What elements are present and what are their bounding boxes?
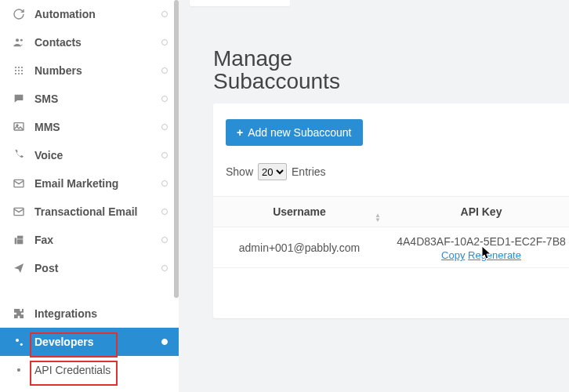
svg-point-1 — [20, 39, 23, 42]
column-label: Username — [273, 205, 326, 218]
svg-point-4 — [21, 67, 23, 68]
svg-point-8 — [15, 73, 16, 74]
sidebar-sub-label: API Credentials — [27, 364, 111, 376]
sidebar-item-mms[interactable]: MMS — [0, 113, 179, 141]
column-username[interactable]: Username ▲▼ — [213, 205, 386, 218]
sidebar-item-post[interactable]: Post — [0, 254, 179, 282]
cell-username: admin+001@pabbly.com — [213, 241, 386, 254]
svg-point-0 — [16, 38, 19, 42]
cogs-icon — [11, 336, 27, 348]
sidebar-item-label: Transactional Email — [27, 205, 161, 218]
svg-point-9 — [18, 73, 20, 74]
expand-indicator-icon — [161, 67, 168, 74]
add-subaccount-button[interactable]: + Add new Subaccount — [226, 119, 363, 146]
sidebar-item-contacts[interactable]: Contacts — [0, 28, 179, 56]
sidebar-item-developers[interactable]: Developers — [0, 328, 179, 356]
page-size-select[interactable]: 20 — [258, 163, 287, 180]
expand-indicator-icon — [161, 152, 168, 158]
sidebar-sub-api-credentials[interactable]: • API Credentials — [0, 356, 179, 384]
sidebar-item-label: Numbers — [27, 64, 161, 77]
sidebar-item-label: MMS — [27, 121, 161, 133]
show-label: Show — [226, 165, 253, 178]
puzzle-icon — [11, 307, 27, 320]
phone-icon — [11, 149, 27, 162]
envelope-icon — [11, 177, 27, 190]
page-title: Manage Subaccounts — [213, 47, 370, 93]
expand-indicator-icon — [161, 39, 168, 45]
svg-point-10 — [21, 73, 23, 74]
page-title-line2: Subaccounts — [213, 69, 340, 93]
cell-apikey: 4A4D83AF-10A2-5ED1-EC2F-7B8 Copy Regener… — [386, 234, 569, 261]
sidebar: Automation Contacts Numbers SMS MMS — [0, 0, 179, 392]
expand-indicator-icon — [161, 180, 168, 187]
expand-indicator-icon — [161, 209, 168, 215]
sidebar-item-sms[interactable]: SMS — [0, 85, 179, 113]
sidebar-item-transactional-email[interactable]: Transactional Email — [0, 198, 179, 226]
comment-icon — [11, 93, 27, 105]
sidebar-item-label: Post — [27, 262, 161, 274]
apikey-text: 4A4D83AF-10A2-5ED1-EC2F-7B8 — [386, 235, 569, 248]
regenerate-link[interactable]: Regenerate — [468, 249, 521, 261]
sidebar-item-label: Developers — [27, 336, 161, 348]
sort-icon: ▲▼ — [375, 213, 381, 223]
page-title-line1: Manage — [213, 46, 292, 71]
bullet-icon: • — [11, 364, 27, 376]
sidebar-item-label: Fax — [27, 234, 161, 246]
card-remnant — [190, 0, 290, 6]
svg-point-6 — [18, 70, 20, 71]
svg-point-2 — [15, 67, 16, 68]
expand-indicator-icon — [161, 124, 168, 130]
sidebar-divider — [0, 282, 179, 299]
dialpad-icon — [11, 64, 27, 77]
column-apikey[interactable]: API Key — [386, 205, 569, 218]
sidebar-item-integrations[interactable]: Integrations — [0, 299, 179, 328]
paper-plane-icon — [11, 262, 27, 274]
sidebar-item-fax[interactable]: Fax — [0, 226, 179, 254]
envelope-icon — [11, 205, 27, 218]
sidebar-item-automation[interactable]: Automation — [0, 0, 179, 28]
sidebar-item-label: Integrations — [27, 307, 168, 320]
sidebar-item-label: Voice — [27, 149, 161, 162]
table-row: admin+001@pabbly.com 4A4D83AF-10A2-5ED1-… — [213, 227, 569, 268]
svg-point-5 — [15, 70, 16, 71]
sidebar-item-numbers[interactable]: Numbers — [0, 56, 179, 85]
expand-indicator-icon — [161, 11, 168, 17]
svg-rect-17 — [17, 239, 23, 244]
sidebar-item-voice[interactable]: Voice — [0, 141, 179, 169]
svg-point-19 — [20, 343, 23, 346]
sidebar-item-label: Automation — [27, 8, 161, 20]
plus-icon: + — [237, 126, 243, 139]
apikey-actions: Copy Regenerate — [386, 249, 569, 261]
add-button-label: Add new Subaccount — [248, 126, 351, 139]
expand-indicator-icon — [161, 96, 168, 102]
sidebar-item-label: SMS — [27, 93, 161, 105]
copy-link[interactable]: Copy — [441, 249, 465, 261]
expand-indicator-icon — [161, 265, 168, 271]
svg-rect-15 — [15, 238, 17, 244]
expand-indicator-icon — [161, 339, 168, 345]
expand-indicator-icon — [161, 237, 168, 243]
sidebar-item-label: Contacts — [27, 36, 161, 49]
users-icon — [11, 36, 27, 49]
image-icon — [11, 121, 27, 133]
table-header: Username ▲▼ API Key — [213, 196, 569, 227]
fax-icon — [11, 234, 27, 246]
svg-point-7 — [21, 70, 23, 71]
entries-selector: Show 20 Entries — [226, 163, 326, 180]
svg-point-3 — [18, 67, 20, 68]
column-label: API Key — [461, 205, 502, 218]
svg-point-18 — [16, 339, 19, 342]
refresh-icon — [11, 8, 27, 20]
sidebar-item-label: Email Marketing — [27, 177, 161, 190]
entries-label: Entries — [292, 165, 326, 178]
main-content: Manage Subaccounts + Add new Subaccount … — [179, 0, 569, 392]
svg-rect-16 — [17, 236, 23, 239]
sidebar-item-email-marketing[interactable]: Email Marketing — [0, 169, 179, 198]
subaccounts-card: + Add new Subaccount Show 20 Entries Use… — [213, 103, 569, 318]
